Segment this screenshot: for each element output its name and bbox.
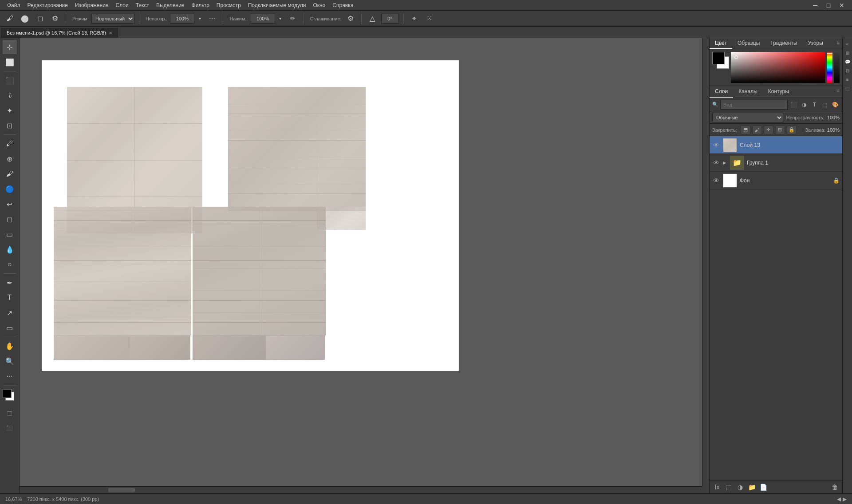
- brush-shape-button[interactable]: ◻: [34, 12, 46, 25]
- symmetry-button[interactable]: ⌖: [408, 12, 421, 25]
- adjustment-type-button[interactable]: ◑: [800, 100, 808, 110]
- gradient-tool[interactable]: ▭: [3, 227, 17, 241]
- eraser-tool[interactable]: ◻: [3, 212, 17, 226]
- text-type-button[interactable]: T: [810, 100, 819, 110]
- stamp-tool[interactable]: 🔵: [3, 182, 17, 196]
- tab-layers[interactable]: Слои: [710, 86, 733, 98]
- lasso-tool[interactable]: 𝓵: [3, 88, 17, 102]
- layer-visibility-toggle[interactable]: 👁: [712, 159, 720, 167]
- group-button[interactable]: 📁: [747, 482, 757, 492]
- menu-select[interactable]: Выделение: [153, 0, 188, 11]
- menu-text[interactable]: Текст: [132, 0, 153, 11]
- spot-healing-tool[interactable]: ⊛: [3, 152, 17, 166]
- airbrush-button[interactable]: ⋯: [206, 12, 218, 25]
- layer-visibility-toggle[interactable]: 👁: [712, 141, 720, 149]
- hue-slider[interactable]: [827, 52, 832, 83]
- color-swatches[interactable]: [3, 389, 17, 403]
- foreground-color-swatch[interactable]: [712, 52, 725, 64]
- tab-paths[interactable]: Контуры: [763, 86, 794, 98]
- expand-icon[interactable]: ▶: [723, 160, 726, 165]
- panel-icon-2[interactable]: 💬: [844, 58, 852, 66]
- vertical-scrollbar[interactable]: [702, 38, 709, 486]
- menu-layers[interactable]: Слои: [112, 0, 132, 11]
- angle-button[interactable]: △: [366, 12, 379, 25]
- menu-filter[interactable]: Фильтр: [188, 0, 213, 11]
- minimize-button[interactable]: ─: [809, 0, 822, 11]
- menu-plugins[interactable]: Подключаемые модули: [245, 0, 310, 11]
- brush-tool[interactable]: 🖌: [3, 167, 17, 181]
- artboard-tool[interactable]: ⬜: [3, 55, 17, 69]
- close-button[interactable]: ✕: [835, 0, 848, 11]
- adjustment-button[interactable]: ◑: [735, 482, 745, 492]
- opacity-input[interactable]: 100%: [170, 14, 194, 24]
- smart-type-button[interactable]: ⬚: [820, 100, 829, 110]
- text-tool[interactable]: T: [3, 291, 17, 305]
- menu-help[interactable]: Справка: [329, 0, 357, 11]
- panel-icon-1[interactable]: ⊞: [844, 49, 852, 57]
- scatter-button[interactable]: ⁙: [423, 12, 436, 25]
- next-button[interactable]: ▶: [843, 496, 847, 502]
- pen-pressure-button[interactable]: ✏: [287, 12, 299, 25]
- shape-tool[interactable]: ▭: [3, 321, 17, 335]
- extra-tools[interactable]: ···: [3, 369, 17, 383]
- zoom-tool[interactable]: 🔍: [3, 354, 17, 368]
- horizontal-scrollbar[interactable]: [20, 486, 702, 493]
- canvas-area[interactable]: [20, 38, 709, 493]
- layer-item[interactable]: 👁 ▶ 📁 Группа 1: [710, 154, 842, 172]
- new-layer-button[interactable]: 📄: [758, 482, 768, 492]
- tab-patterns[interactable]: Узоры: [803, 38, 828, 49]
- history-brush-tool[interactable]: ↩: [3, 197, 17, 211]
- lock-transparent-button[interactable]: ⬒: [741, 126, 750, 134]
- document-tab[interactable]: Без имени-1.psd @ 16,7% (Слой 13, RGB/8)…: [1, 28, 118, 38]
- layer-visibility-toggle[interactable]: 👁: [712, 177, 720, 185]
- brush-size-button[interactable]: ⬤: [19, 12, 31, 25]
- add-mask-button[interactable]: ⬚: [724, 482, 734, 492]
- menu-image[interactable]: Изображение: [71, 0, 112, 11]
- blur-tool[interactable]: 💧: [3, 242, 17, 256]
- lock-image-button[interactable]: 🖌: [752, 126, 762, 134]
- panel-collapse-button[interactable]: «: [844, 40, 852, 48]
- menu-window[interactable]: Окно: [309, 0, 329, 11]
- layers-search-input[interactable]: [720, 100, 788, 110]
- lock-artboard-button[interactable]: ⊞: [775, 126, 785, 134]
- angle-input[interactable]: 0°: [381, 14, 399, 24]
- layer-item[interactable]: 👁 Слой 13: [710, 136, 842, 154]
- crop-tool[interactable]: ⊡: [3, 118, 17, 133]
- alpha-slider[interactable]: [834, 52, 840, 83]
- scrollbar-thumb[interactable]: [108, 488, 135, 492]
- menu-file[interactable]: Файл: [4, 0, 24, 11]
- brush-preset-button[interactable]: 🖌: [4, 12, 16, 25]
- layers-menu-button[interactable]: ≡: [834, 86, 842, 98]
- pixel-type-button[interactable]: ⬛: [789, 100, 798, 110]
- quick-select-tool[interactable]: ✦: [3, 103, 17, 118]
- panel-icon-4[interactable]: ≡: [844, 75, 852, 83]
- path-select-tool[interactable]: ↗: [3, 306, 17, 320]
- filter-type-button[interactable]: 🎨: [831, 100, 840, 110]
- dodge-tool[interactable]: ○: [3, 257, 17, 272]
- maximize-button[interactable]: □: [822, 0, 835, 11]
- lock-position-button[interactable]: ✛: [764, 126, 773, 134]
- opacity-arrow[interactable]: ▾: [196, 12, 203, 25]
- marquee-tool[interactable]: ⬛: [3, 73, 17, 87]
- pen-tool[interactable]: ✒: [3, 276, 17, 290]
- foreground-color[interactable]: [3, 389, 12, 398]
- fx-button[interactable]: fx: [712, 482, 722, 492]
- tab-swatches[interactable]: Образцы: [732, 38, 765, 49]
- tab-channels[interactable]: Каналы: [733, 86, 763, 98]
- flow-arrow[interactable]: ▾: [277, 12, 284, 25]
- color-spectrum[interactable]: [731, 52, 825, 83]
- menu-edit[interactable]: Редактирование: [24, 0, 71, 11]
- tab-gradients[interactable]: Градиенты: [765, 38, 802, 49]
- brush-options-button[interactable]: ⚙: [49, 12, 61, 25]
- prev-button[interactable]: ◀: [837, 496, 841, 502]
- menu-view[interactable]: Просмотр: [213, 0, 245, 11]
- lock-all-button[interactable]: 🔒: [787, 126, 797, 134]
- delete-layer-button[interactable]: 🗑: [830, 482, 840, 492]
- move-tool[interactable]: ⊹: [3, 40, 17, 54]
- color-swatch-pair[interactable]: [712, 52, 728, 68]
- quick-mask-button[interactable]: ⬚: [3, 406, 17, 420]
- flow-input[interactable]: 100%: [251, 14, 275, 24]
- smooth-settings-button[interactable]: ⚙: [344, 12, 357, 25]
- screen-mode-button[interactable]: ⬛: [3, 421, 17, 435]
- tab-color[interactable]: Цвет: [710, 38, 732, 49]
